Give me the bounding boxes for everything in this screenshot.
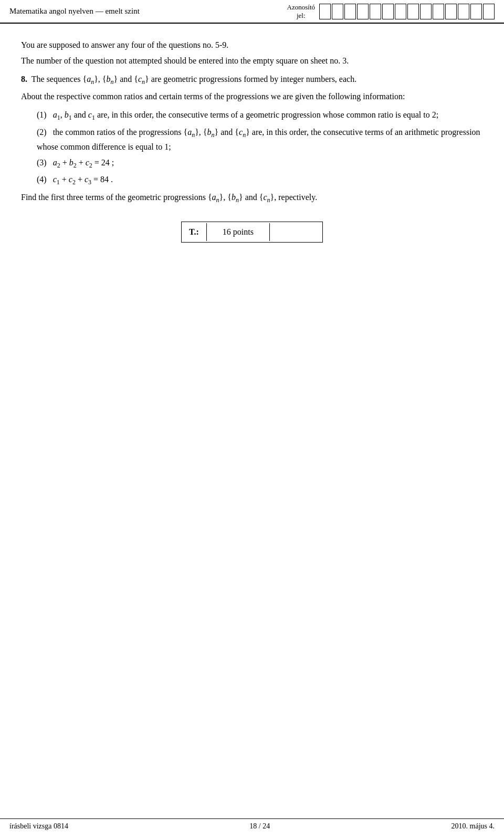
id-box-8[interactable] (407, 4, 419, 19)
intro-line2: The number of the question not attempted… (21, 54, 483, 68)
id-box-13[interactable] (470, 4, 482, 19)
id-box-5[interactable] (370, 4, 381, 19)
intro-line1: You are supposed to answer any four of t… (21, 38, 483, 52)
problem-number: 8. (21, 75, 27, 83)
list-item-4: (4) c1 + c2 + c3 = 84 . (37, 173, 483, 187)
score-empty-box[interactable] (270, 222, 322, 242)
id-box-6[interactable] (382, 4, 394, 19)
score-box: T.: 16 points (181, 222, 323, 243)
list-item-3: (3) a2 + b2 + c2 = 24 ; (37, 156, 483, 171)
id-box-9[interactable] (420, 4, 432, 19)
intro-section: You are supposed to answer any four of t… (21, 38, 483, 67)
problem-section: 8. The sequences {an}, {bn} and {cn} are… (21, 72, 483, 103)
footer-left: írásbeli vizsga 0814 (9, 822, 68, 831)
footer-right: 2010. május 4. (452, 822, 495, 831)
score-value: 16 points (207, 223, 270, 241)
azonosito-label: Azonosító jel: (287, 3, 315, 19)
id-box-4[interactable] (357, 4, 369, 19)
footer: írásbeli vizsga 0814 18 / 24 2010. május… (0, 818, 504, 831)
footer-center: 18 / 24 (249, 822, 270, 831)
id-box-7[interactable] (395, 4, 406, 19)
id-box-3[interactable] (344, 4, 356, 19)
problem-items: (1) a1, b1 and c1 are, in this order, th… (37, 108, 483, 187)
id-box-10[interactable] (433, 4, 444, 19)
id-box-2[interactable] (332, 4, 343, 19)
header-title: Matematika angol nyelven — emelt szint (9, 7, 287, 16)
id-boxes (319, 4, 495, 19)
score-label: T.: (182, 223, 207, 241)
score-area: T.: 16 points (21, 222, 483, 243)
page: Matematika angol nyelven — emelt szint A… (0, 0, 504, 840)
id-box-14[interactable] (483, 4, 495, 19)
header: Matematika angol nyelven — emelt szint A… (0, 0, 504, 24)
id-box-1[interactable] (319, 4, 331, 19)
id-box-11[interactable] (445, 4, 457, 19)
conclusion-section: Find the first three terms of the geomet… (21, 191, 483, 205)
main-content: You are supposed to answer any four of t… (0, 24, 504, 264)
list-item-1: (1) a1, b1 and c1 are, in this order, th… (37, 108, 483, 123)
problem-intro: 8. The sequences {an}, {bn} and {cn} are… (21, 72, 483, 87)
conclusion-text: Find the first three terms of the geomet… (21, 191, 483, 205)
problem-body-intro: About the respective common ratios and c… (21, 90, 483, 103)
header-right: Azonosító jel: (287, 3, 495, 19)
id-box-12[interactable] (458, 4, 469, 19)
list-item-2: (2) the common ratios of the progression… (37, 125, 483, 154)
